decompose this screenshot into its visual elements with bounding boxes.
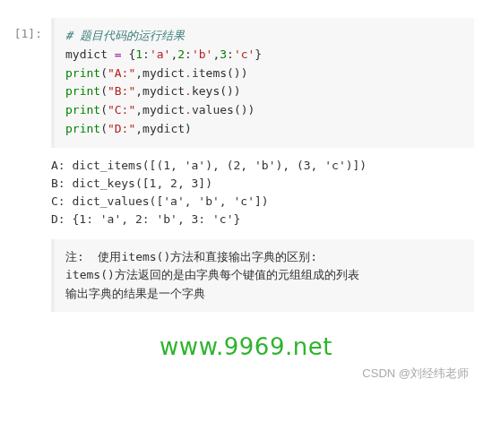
tok: : [142, 47, 150, 61]
tok: 'c' [234, 47, 255, 61]
note-line: 注: 使用items()方法和直接输出字典的区别: [65, 250, 317, 263]
tok: 2 [177, 47, 185, 61]
tok: , [135, 103, 142, 116]
tok: : [227, 47, 234, 61]
tok: items [192, 66, 227, 80]
output-line: D: {1: 'a', 2: 'b', 3: 'c'} [51, 212, 240, 226]
tok: ( [100, 122, 108, 135]
tok: . [185, 66, 192, 80]
tok: ()) [227, 66, 247, 80]
tok: "D:" [108, 122, 135, 135]
tok: print [65, 103, 100, 116]
note-line: items()方法返回的是由字典每个键值的元组组成的列表 [65, 268, 359, 281]
tok: mydict [142, 103, 185, 116]
tok: } [255, 47, 262, 61]
cells-wrap: # 题目代码的运行结果 mydict = {1:'a',2:'b',3:'c'}… [51, 18, 483, 312]
tok: mydict [142, 122, 185, 135]
tok: . [185, 103, 192, 116]
tok: ( [100, 66, 108, 80]
tok: ) [185, 122, 192, 135]
tok: ( [100, 103, 108, 116]
tok: values [192, 103, 234, 116]
tok: keys [192, 84, 220, 98]
tok: ()) [220, 84, 240, 98]
tok: ()) [234, 103, 255, 116]
tok: "C:" [108, 103, 135, 116]
output-line: C: dict_values(['a', 'b', 'c']) [51, 194, 269, 208]
notebook-block: [1]: # 题目代码的运行结果 mydict = {1:'a',2:'b',3… [9, 18, 483, 312]
tok: mydict [65, 47, 115, 61]
tok: , [135, 122, 142, 135]
note-cell: 注: 使用items()方法和直接输出字典的区别: items()方法返回的是由… [51, 239, 474, 311]
tok: "A:" [108, 66, 135, 80]
tok: 3 [220, 47, 227, 61]
tok: "B:" [108, 84, 135, 98]
watermark-text: www.9969.net [9, 333, 483, 360]
output-line: A: dict_items([(1, 'a'), (2, 'b'), (3, '… [51, 159, 367, 172]
tok: ( [100, 84, 108, 98]
tok: mydict [142, 84, 185, 98]
tok: 'b' [192, 47, 212, 61]
tok: . [185, 84, 192, 98]
tok: = [115, 47, 122, 61]
tok: 'a' [150, 47, 170, 61]
comment-line: # 题目代码的运行结果 [65, 29, 185, 42]
tok: , [135, 66, 142, 80]
tok: : [185, 47, 192, 61]
tok: mydict [142, 66, 185, 80]
tok: { [122, 47, 136, 61]
tok: , [135, 84, 142, 98]
tok: 1 [135, 47, 142, 61]
tok: print [65, 122, 100, 135]
tok: print [65, 66, 100, 80]
input-prompt: [1]: [9, 18, 51, 312]
output-line: B: dict_keys([1, 2, 3]) [51, 177, 212, 190]
output-cell: A: dict_items([(1, 'a'), (2, 'b'), (3, '… [51, 148, 474, 238]
code-cell: # 题目代码的运行结果 mydict = {1:'a',2:'b',3:'c'}… [51, 18, 474, 148]
credit-text: CSDN @刘经纬老师 [9, 366, 483, 382]
note-line: 输出字典的结果是一个字典 [65, 287, 205, 300]
tok: print [65, 84, 100, 98]
